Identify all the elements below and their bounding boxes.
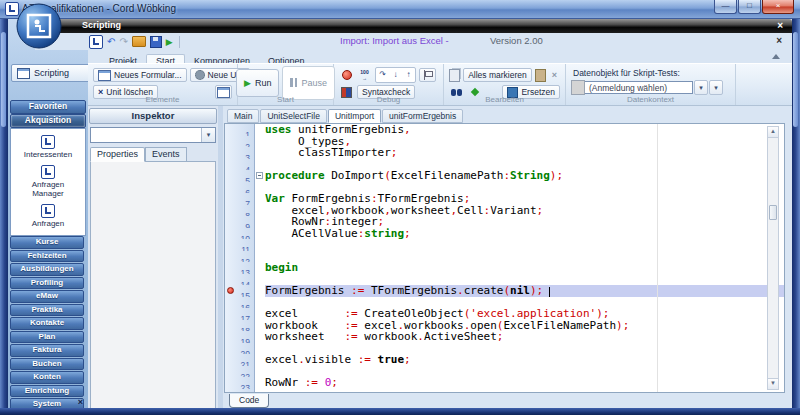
code-text[interactable]: classTImporter; bbox=[265, 147, 784, 159]
line-number-gutter[interactable]: 16 bbox=[225, 297, 255, 309]
fold-marker[interactable] bbox=[256, 172, 263, 179]
flag-button[interactable] bbox=[419, 68, 436, 82]
datenkontext-combo-value[interactable]: (Anmeldung wählen) bbox=[585, 81, 693, 94]
line-number-gutter[interactable]: 13 bbox=[225, 262, 255, 274]
tab-properties[interactable]: Properties bbox=[90, 147, 145, 162]
line-number-gutter[interactable]: 19 bbox=[225, 331, 255, 343]
line-number-gutter[interactable]: 3 bbox=[225, 147, 255, 159]
code-text[interactable]: worksheet := workbook.ActiveSheet; bbox=[265, 331, 784, 343]
line-number-gutter[interactable]: 11 bbox=[225, 239, 255, 251]
editor-scrollbar[interactable]: ▲ ▼ bbox=[767, 126, 779, 390]
line-number-gutter[interactable]: 18 bbox=[225, 320, 255, 332]
sidebar-group-konten[interactable]: Konten bbox=[10, 371, 84, 384]
editor-tab-unitselectfile[interactable]: UnitSelectFile bbox=[260, 109, 326, 123]
code-line[interactable]: 15FormErgebnis := TFormErgebnis.create(n… bbox=[225, 285, 784, 297]
code-line[interactable]: 12 bbox=[225, 251, 784, 263]
sidebar-group-akquisition[interactable]: Akquisition bbox=[10, 114, 86, 128]
line-number-gutter[interactable]: 5 bbox=[225, 170, 255, 182]
alles-markieren-button[interactable]: Alles markieren bbox=[463, 68, 532, 82]
code-line[interactable]: 23RowNr := 0; bbox=[225, 377, 784, 389]
line-number-gutter[interactable]: 2 bbox=[225, 136, 255, 148]
code-line[interactable]: 3 classTImporter; bbox=[225, 147, 784, 159]
breakpoint-toggle-button[interactable] bbox=[339, 68, 354, 82]
left-scroll-thumb[interactable] bbox=[1, 32, 6, 127]
line-number-gutter[interactable]: 6 bbox=[225, 182, 255, 194]
code-line[interactable]: 10 ACellValue:string; bbox=[225, 228, 784, 240]
run-button[interactable]: ▶ Run bbox=[236, 69, 279, 97]
sidebar-item-anfragen[interactable]: Anfragen bbox=[11, 204, 85, 228]
code-text[interactable]: procedure DoImport(ExcelFilenamePath:Str… bbox=[265, 170, 784, 182]
maximize-button[interactable]: □ bbox=[738, 0, 761, 14]
line-number-gutter[interactable]: 7 bbox=[225, 193, 255, 205]
editor-tab-main[interactable]: Main bbox=[227, 109, 259, 123]
sidebar-group-emaw[interactable]: eMaw bbox=[10, 290, 84, 303]
line-number-gutter[interactable]: 9 bbox=[225, 216, 255, 228]
minimize-button[interactable]: — bbox=[714, 0, 737, 14]
step-out-icon[interactable]: ↑ bbox=[402, 69, 415, 81]
code-text[interactable] bbox=[265, 389, 784, 394]
sidebar-item-scripting[interactable]: Scripting bbox=[11, 64, 90, 82]
code-text[interactable] bbox=[265, 239, 784, 251]
code-editor[interactable]: 1uses unitFormErgebnis,2 O_types,3 class… bbox=[224, 123, 785, 393]
line-number-gutter[interactable]: 4 bbox=[225, 159, 255, 171]
line-number-gutter[interactable]: 10 bbox=[225, 228, 255, 240]
breakpoint-marker[interactable] bbox=[227, 287, 234, 294]
sidebar-group-ausbildungen[interactable]: Ausbildungen bbox=[10, 263, 84, 276]
code-text[interactable]: RowNr := 0; bbox=[265, 377, 784, 389]
scroll-up-icon[interactable]: ▲ bbox=[768, 127, 778, 138]
sidebar-group-praktika[interactable]: Praktika bbox=[10, 304, 84, 317]
paste-button[interactable] bbox=[535, 68, 546, 82]
mdi-close-icon[interactable]: × bbox=[777, 20, 783, 32]
sidebar-group-favoriten[interactable]: Favoriten bbox=[10, 100, 86, 114]
editor-tab-unitimport[interactable]: UnitImport bbox=[328, 109, 381, 123]
code-line[interactable]: 13begin bbox=[225, 262, 784, 274]
document-close-icon[interactable]: × bbox=[776, 35, 782, 46]
right-scroll-thumb[interactable] bbox=[793, 32, 798, 127]
close-button[interactable]: × bbox=[762, 0, 794, 14]
sidebar-group-faktura[interactable]: Faktura bbox=[10, 344, 84, 357]
line-number-gutter[interactable]: 22 bbox=[225, 366, 255, 378]
code-text[interactable] bbox=[265, 251, 784, 263]
step-count-button[interactable]: 100→ bbox=[357, 68, 372, 82]
line-number-gutter[interactable]: 24 bbox=[225, 389, 255, 394]
line-number-gutter[interactable]: 17 bbox=[225, 308, 255, 320]
sidebar-group-buchen[interactable]: Buchen bbox=[10, 358, 84, 371]
sidebar-overflow-button[interactable]: × bbox=[78, 397, 83, 407]
copy-button[interactable] bbox=[449, 68, 460, 82]
datenkontext-combobox[interactable]: (Anmeldung wählen) ▾ ▾ bbox=[571, 80, 730, 95]
code-text[interactable]: begin bbox=[265, 262, 784, 274]
sidebar-group-profiling[interactable]: Profiling bbox=[10, 277, 84, 290]
line-number-gutter[interactable]: 1 bbox=[225, 124, 255, 136]
code-line[interactable]: 21excel.visible := true; bbox=[225, 354, 784, 366]
line-number-gutter[interactable]: 15 bbox=[225, 285, 255, 297]
inspector-dropdown-icon[interactable]: ▾ bbox=[201, 128, 215, 142]
code-line[interactable]: 24 bbox=[225, 389, 784, 394]
delete-button[interactable]: × bbox=[549, 68, 560, 82]
scroll-thumb[interactable] bbox=[769, 205, 777, 220]
ribbon-collapse-icon[interactable] bbox=[772, 54, 780, 59]
code-text[interactable] bbox=[265, 366, 784, 378]
datenkontext-dropdown-icon[interactable]: ▾ bbox=[709, 80, 723, 95]
code-line[interactable]: 11 bbox=[225, 239, 784, 251]
run-quick-icon[interactable]: ▶ bbox=[166, 35, 173, 49]
save-icon[interactable] bbox=[150, 36, 162, 48]
inspector-combobox[interactable]: ▾ bbox=[90, 127, 216, 143]
code-bottom-tab[interactable]: Code bbox=[229, 394, 269, 408]
editor-tab-unitformergebnis[interactable]: unitFormErgebnis bbox=[382, 109, 463, 123]
line-number-gutter[interactable]: 8 bbox=[225, 205, 255, 217]
code-text[interactable]: ACellValue:string; bbox=[265, 228, 784, 240]
sidebar-item-interessenten[interactable]: Interessenten bbox=[11, 135, 85, 159]
step-into-icon[interactable]: ↓ bbox=[389, 69, 402, 81]
redo-icon[interactable]: ↷ bbox=[119, 35, 127, 49]
code-text[interactable]: FormErgebnis := TFormErgebnis.create(nil… bbox=[265, 285, 784, 297]
sidebar-group-plan[interactable]: Plan bbox=[10, 331, 84, 344]
code-text[interactable]: excel.visible := true; bbox=[265, 354, 784, 366]
datenkontext-flat-dropdown-icon[interactable]: ▾ bbox=[694, 80, 708, 95]
step-over-icon[interactable]: ↷ bbox=[376, 69, 389, 81]
undo-icon[interactable]: ↶ bbox=[107, 35, 115, 49]
code-line[interactable]: 5procedure DoImport(ExcelFilenamePath:St… bbox=[225, 170, 784, 182]
sidebar-group-kurse[interactable]: Kurse bbox=[10, 236, 84, 249]
neues-formular-button[interactable]: Neues Formular... bbox=[93, 68, 187, 82]
sidebar-group-einrichtung[interactable]: Einrichtung bbox=[10, 385, 84, 398]
line-number-gutter[interactable]: 12 bbox=[225, 251, 255, 263]
